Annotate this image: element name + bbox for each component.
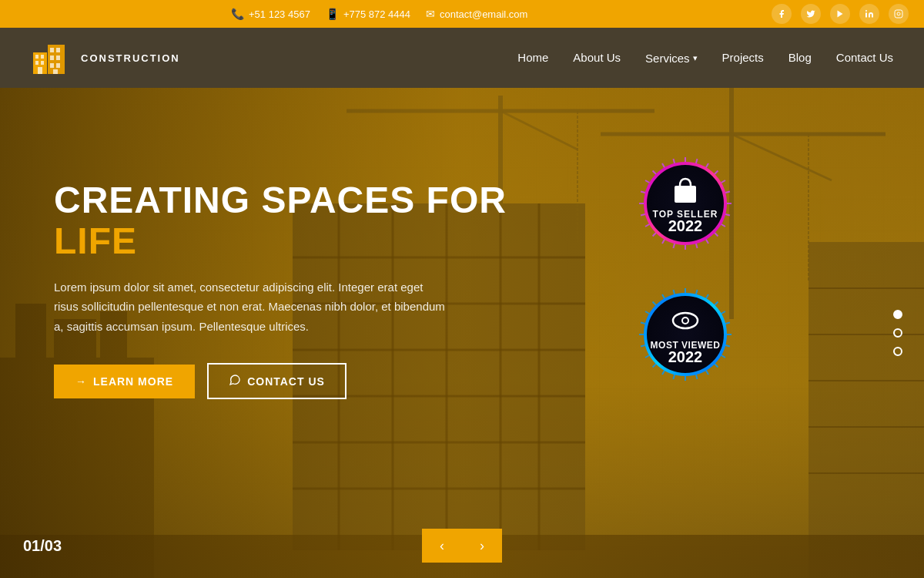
whatsapp-icon	[229, 374, 241, 388]
svg-text:2022: 2022	[668, 217, 703, 234]
email-item[interactable]: ✉ contact@email.com	[426, 8, 527, 20]
nav-home-link[interactable]: Home	[517, 51, 548, 64]
nav-services[interactable]: Services	[645, 52, 698, 65]
nav-about[interactable]: About Us	[573, 51, 621, 65]
linkedin-icon[interactable]	[859, 4, 879, 24]
phone1-item[interactable]: 📞 +51 123 4567	[231, 8, 310, 20]
email-text: contact@email.com	[440, 8, 527, 20]
svg-rect-9	[38, 67, 42, 74]
prev-slide-button[interactable]: ‹	[422, 529, 462, 563]
svg-rect-7	[35, 61, 38, 65]
svg-rect-2	[895, 10, 902, 18]
slide-dot-3[interactable]	[893, 347, 902, 356]
svg-rect-8	[41, 61, 44, 65]
hero-title-highlight: LIFE	[54, 220, 137, 261]
contact-us-button[interactable]: CONTACT US	[207, 363, 346, 399]
phone2-item[interactable]: 📱 +775 872 4444	[326, 8, 410, 20]
nav-projects[interactable]: Projects	[722, 51, 764, 65]
svg-rect-15	[50, 63, 54, 68]
slide-navigation: ‹ ›	[422, 529, 502, 563]
phone2-icon: 📱	[326, 8, 339, 20]
svg-rect-77	[675, 186, 696, 203]
phone2-text: +775 872 4444	[343, 8, 410, 20]
logo[interactable]: CONSTRUCTION	[31, 39, 180, 77]
learn-more-label: LEARN MORE	[93, 375, 173, 388]
svg-rect-6	[41, 55, 44, 59]
nav-contact-link[interactable]: Contact Us	[836, 51, 893, 64]
svg-rect-12	[56, 48, 60, 52]
nav-about-link[interactable]: About Us	[573, 51, 621, 64]
svg-rect-17	[53, 69, 58, 74]
hero-section: CREATING SPACES FOR LIFE Lorem ipsum dol…	[0, 88, 924, 578]
svg-point-1	[865, 10, 867, 12]
nav-projects-link[interactable]: Projects	[722, 51, 764, 64]
slide-dot-1[interactable]	[893, 310, 902, 319]
logo-text: CONSTRUCTION	[81, 52, 180, 64]
hero-description: Lorem ipsum dolor sit amet, consectetur …	[54, 277, 447, 337]
slide-counter: 01/03	[23, 537, 62, 555]
next-slide-button[interactable]: ›	[462, 529, 502, 563]
svg-rect-13	[50, 55, 54, 60]
slide-dot-2[interactable]	[893, 328, 902, 338]
arrow-right-icon: →	[75, 375, 87, 388]
top-bar: 📞 +51 123 4567 📱 +775 872 4444 ✉ contact…	[0, 0, 924, 28]
instagram-icon[interactable]	[889, 4, 909, 24]
hero-content: CREATING SPACES FOR LIFE Lorem ipsum dol…	[54, 180, 531, 399]
hero-title: CREATING SPACES FOR LIFE	[54, 180, 531, 262]
nav-contact[interactable]: Contact Us	[836, 51, 893, 65]
nav-links: Home About Us Services Projects Blog Con…	[517, 51, 893, 65]
contact-info: 📞 +51 123 4567 📱 +775 872 4444 ✉ contact…	[231, 8, 527, 20]
svg-rect-11	[50, 48, 54, 52]
email-icon: ✉	[426, 8, 435, 20]
hero-title-main: CREATING SPACES FOR	[54, 180, 507, 220]
slide-dots	[893, 310, 902, 356]
most-viewed-badge: MOST VIEWED 2022	[631, 281, 739, 388]
svg-rect-5	[35, 55, 38, 59]
svg-rect-14	[56, 55, 60, 60]
facebook-icon[interactable]	[772, 4, 792, 24]
nav-blog[interactable]: Blog	[788, 51, 812, 65]
svg-marker-0	[838, 11, 843, 18]
phone1-text: +51 123 4567	[249, 8, 310, 20]
phone1-icon: 📞	[231, 8, 244, 20]
youtube-icon[interactable]	[830, 4, 850, 24]
navbar: CONSTRUCTION Home About Us Services Proj…	[0, 28, 924, 88]
twitter-icon[interactable]	[801, 4, 821, 24]
top-seller-badge: TOP SELLER 2022	[631, 150, 739, 257]
svg-point-108	[683, 318, 688, 323]
hero-buttons: → LEARN MORE CONTACT US	[54, 363, 531, 399]
learn-more-button[interactable]: → LEARN MORE	[54, 365, 195, 398]
svg-text:2022: 2022	[668, 348, 703, 365]
svg-rect-16	[56, 63, 60, 68]
social-links	[772, 4, 909, 24]
nav-home[interactable]: Home	[517, 51, 548, 65]
contact-us-label: CONTACT US	[247, 375, 325, 388]
nav-services-link[interactable]: Services	[645, 52, 698, 65]
nav-blog-link[interactable]: Blog	[788, 51, 812, 64]
